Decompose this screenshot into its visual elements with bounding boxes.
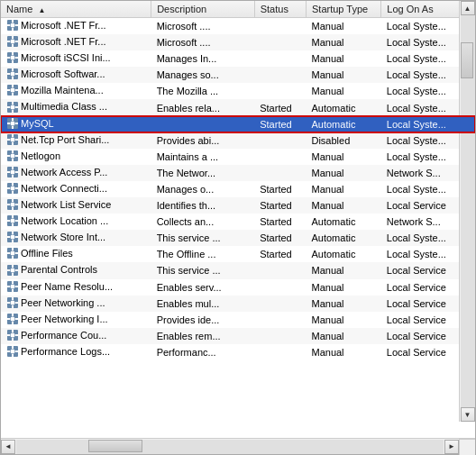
cell-startup-type: Manual xyxy=(306,165,380,181)
table-row[interactable]: Network Access P...The Networ...ManualNe… xyxy=(1,165,475,181)
cell-status xyxy=(254,279,306,296)
svg-point-91 xyxy=(11,268,15,272)
service-icon xyxy=(6,345,19,358)
svg-point-49 xyxy=(11,153,15,158)
cell-name: Microsoft .NET Fr... xyxy=(1,34,151,50)
svg-rect-62 xyxy=(12,183,14,186)
cell-status xyxy=(254,34,306,50)
table-row[interactable]: Network Store Int...This service ...Star… xyxy=(1,230,475,246)
scroll-thumb[interactable] xyxy=(461,42,473,78)
cell-name: Network List Service xyxy=(1,197,151,214)
cell-description: Microsoft .... xyxy=(151,18,255,35)
scroll-track[interactable] xyxy=(461,15,475,407)
table-row[interactable]: NetlogonMaintains a ...ManualLocal Syste… xyxy=(1,149,475,165)
hscroll-track[interactable] xyxy=(16,440,444,454)
svg-rect-65 xyxy=(15,187,18,189)
cell-status xyxy=(254,344,306,360)
service-name-text: Offline Files xyxy=(21,248,73,259)
svg-rect-9 xyxy=(12,44,14,47)
cell-status: Started xyxy=(254,116,306,132)
service-icon xyxy=(6,280,19,293)
svg-rect-2 xyxy=(12,20,14,23)
svg-rect-50 xyxy=(12,150,14,153)
vertical-scrollbar[interactable]: ▲ ▼ xyxy=(459,1,475,422)
table-row[interactable]: Microsoft iSCSI Ini...Manages In...Manua… xyxy=(1,50,475,67)
hscroll-thumb[interactable] xyxy=(88,440,142,452)
svg-rect-76 xyxy=(7,220,10,222)
scroll-down-button[interactable]: ▼ xyxy=(461,407,475,422)
service-name-text: Microsoft .NET Fr... xyxy=(21,20,106,31)
cell-startup-type: Manual xyxy=(306,18,380,35)
col-header-description[interactable]: Description xyxy=(151,1,255,18)
scroll-up-button[interactable]: ▲ xyxy=(461,1,475,15)
cell-startup-type: Automatic xyxy=(306,99,380,115)
svg-rect-51 xyxy=(12,159,14,161)
cell-description: The Offline ... xyxy=(151,246,255,262)
svg-rect-117 xyxy=(12,338,14,341)
svg-rect-94 xyxy=(7,269,10,271)
service-name-text: Performance Logs... xyxy=(21,346,110,357)
hscroll-left-button[interactable]: ◄ xyxy=(1,440,15,454)
table-row[interactable]: Mozilla Maintena...The Mozilla ...Manual… xyxy=(1,83,475,99)
svg-rect-28 xyxy=(7,89,10,91)
cell-name: Offline Files xyxy=(1,246,151,262)
table-row[interactable]: Parental ControlsThis service ...ManualL… xyxy=(1,262,475,278)
svg-rect-21 xyxy=(12,77,14,79)
svg-rect-68 xyxy=(12,199,14,202)
svg-rect-17 xyxy=(15,57,18,59)
table-row[interactable]: Microsoft Softwar...Manages so...ManualL… xyxy=(1,67,475,83)
svg-point-61 xyxy=(11,187,15,191)
service-icon xyxy=(6,133,19,146)
hscroll-right-button[interactable]: ► xyxy=(444,440,459,454)
services-table: Name ▲ Description Status Startup Type L… xyxy=(1,1,475,360)
cell-status xyxy=(254,67,306,83)
svg-point-19 xyxy=(11,72,15,77)
svg-rect-87 xyxy=(12,256,14,259)
svg-rect-71 xyxy=(15,204,18,205)
cell-name: Mozilla Maintena... xyxy=(1,83,151,99)
service-icon xyxy=(6,35,19,48)
cell-name: Microsoft Softwar... xyxy=(1,67,151,83)
cell-status xyxy=(254,312,306,328)
svg-rect-101 xyxy=(15,286,18,287)
svg-rect-63 xyxy=(12,191,14,194)
table-row[interactable]: Offline FilesThe Offline ...StartedAutom… xyxy=(1,246,475,262)
svg-rect-74 xyxy=(12,215,14,218)
sort-arrow: ▲ xyxy=(38,6,45,14)
table-row[interactable]: Microsoft .NET Fr...Microsoft ....Manual… xyxy=(1,34,475,50)
table-row[interactable]: Microsoft .NET Fr...Microsoft ....Manual… xyxy=(1,18,475,35)
service-name-text: Microsoft iSCSI Ini... xyxy=(21,52,111,63)
cell-startup-type: Automatic xyxy=(306,230,380,246)
service-icon xyxy=(6,313,19,325)
cell-description: Performanc... xyxy=(151,344,255,360)
col-header-status[interactable]: Status xyxy=(254,1,306,18)
svg-point-109 xyxy=(11,316,15,321)
col-header-name[interactable]: Name ▲ xyxy=(1,1,151,18)
svg-rect-81 xyxy=(12,240,14,242)
service-icon xyxy=(6,101,19,114)
table-row[interactable]: Net.Tcp Port Shari...Provides abi...Disa… xyxy=(1,132,475,149)
service-name-text: Network Access P... xyxy=(21,167,107,177)
svg-point-7 xyxy=(11,40,15,44)
cell-startup-type: Automatic xyxy=(306,116,380,132)
service-icon xyxy=(6,296,19,309)
col-header-startup[interactable]: Startup Type xyxy=(306,1,380,18)
svg-rect-64 xyxy=(7,187,10,189)
svg-rect-53 xyxy=(15,155,18,157)
horizontal-scrollbar[interactable]: ◄ ► xyxy=(1,438,475,454)
table-row[interactable]: Performance Cou...Enables rem...ManualLo… xyxy=(1,328,475,344)
table-row[interactable]: MySQLStartedAutomaticLocal Syste... xyxy=(1,116,475,132)
cell-startup-type: Manual xyxy=(306,181,380,197)
svg-rect-107 xyxy=(15,302,18,304)
table-row[interactable]: Peer Networking ...Enables mul...ManualL… xyxy=(1,296,475,312)
table-row[interactable]: Performance Logs...Performanc...ManualLo… xyxy=(1,344,475,360)
table-row[interactable]: Network Location ...Collects an...Starte… xyxy=(1,214,475,230)
table-row[interactable]: Peer Networking I...Provides ide...Manua… xyxy=(1,312,475,328)
cell-description: Maintains a ... xyxy=(151,149,255,165)
table-row[interactable]: Multimedia Class ...Enables rela...Start… xyxy=(1,99,475,115)
table-row[interactable]: Network Connecti...Manages o...StartedMa… xyxy=(1,181,475,197)
cell-status xyxy=(254,296,306,312)
table-row[interactable]: Peer Name Resolu...Enables serv...Manual… xyxy=(1,279,475,296)
service-name-text: Peer Networking I... xyxy=(21,314,108,324)
table-row[interactable]: Network List ServiceIdentifies th...Star… xyxy=(1,197,475,214)
